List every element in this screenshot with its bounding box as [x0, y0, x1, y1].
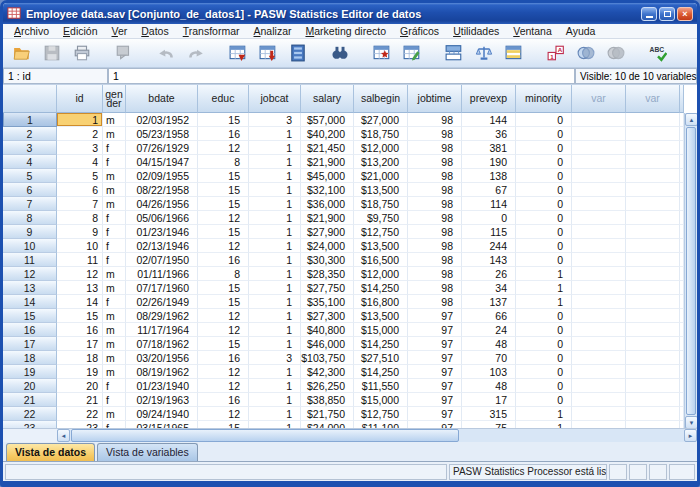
cell-gender-row7[interactable]: m — [103, 197, 126, 211]
cell-var-row2[interactable] — [626, 127, 680, 141]
cell-salbegin-row22[interactable]: $12,750 — [354, 407, 408, 421]
cell-educ-row3[interactable]: 12 — [198, 141, 249, 155]
cell-prevexp-row6[interactable]: 67 — [462, 183, 516, 197]
cell-salary-row16[interactable]: $40,800 — [301, 323, 354, 337]
cell-bdate-row4[interactable]: 04/15/1947 — [126, 155, 198, 169]
row-header-12[interactable]: 12 — [3, 267, 57, 281]
cell-bdate-row17[interactable]: 07/18/1962 — [126, 337, 198, 351]
cell-minority-row19[interactable]: 0 — [516, 365, 572, 379]
cell-salbegin-row21[interactable]: $15,000 — [354, 393, 408, 407]
cell-salary-row5[interactable]: $45,000 — [301, 169, 354, 183]
cell-jobcat-row2[interactable]: 1 — [249, 127, 301, 141]
cell-bdate-row16[interactable]: 11/17/1964 — [126, 323, 198, 337]
cell-id-row6[interactable]: 6 — [57, 183, 103, 197]
cell-prevexp-row11[interactable]: 143 — [462, 253, 516, 267]
cell-prevexp-row7[interactable]: 114 — [462, 197, 516, 211]
column-header-jobtime[interactable]: jobtime — [408, 85, 462, 113]
cell-var-row23[interactable] — [572, 421, 626, 429]
cell-educ-row14[interactable]: 15 — [198, 295, 249, 309]
cell-var-row22[interactable] — [626, 407, 680, 421]
cell-jobtime-row20[interactable]: 97 — [408, 379, 462, 393]
cell-bdate-row9[interactable]: 01/23/1946 — [126, 225, 198, 239]
cell-prevexp-row12[interactable]: 26 — [462, 267, 516, 281]
cell-id-row2[interactable]: 2 — [57, 127, 103, 141]
cell-salary-row12[interactable]: $28,350 — [301, 267, 354, 281]
cell-prevexp-row13[interactable]: 34 — [462, 281, 516, 295]
split-file-button[interactable] — [441, 41, 467, 65]
cell-var-row1[interactable] — [626, 113, 680, 127]
cell-prevexp-row8[interactable]: 0 — [462, 211, 516, 225]
cell-var-row9[interactable] — [626, 225, 680, 239]
cell-jobcat-row20[interactable]: 1 — [249, 379, 301, 393]
cell-bdate-row22[interactable]: 09/24/1940 — [126, 407, 198, 421]
cell-var-row7[interactable] — [572, 197, 626, 211]
cell-bdate-row5[interactable]: 02/09/1955 — [126, 169, 198, 183]
cell-jobtime-row8[interactable]: 98 — [408, 211, 462, 225]
scroll-left-icon[interactable]: ◄ — [57, 429, 70, 442]
spell-check-button[interactable]: ABC — [645, 41, 671, 65]
cell-salbegin-row9[interactable]: $12,750 — [354, 225, 408, 239]
weight-cases-button[interactable] — [471, 41, 497, 65]
cell-gender-row11[interactable]: f — [103, 253, 126, 267]
cell-var-row20[interactable] — [626, 379, 680, 393]
cell-var-row11[interactable] — [626, 253, 680, 267]
cell-minority-row14[interactable]: 1 — [516, 295, 572, 309]
cell-bdate-row7[interactable]: 04/26/1956 — [126, 197, 198, 211]
cell-salbegin-row14[interactable]: $16,800 — [354, 295, 408, 309]
cell-bdate-row20[interactable]: 01/23/1940 — [126, 379, 198, 393]
cell-salary-row14[interactable]: $35,100 — [301, 295, 354, 309]
cell-id-row13[interactable]: 13 — [57, 281, 103, 295]
row-header-15[interactable]: 15 — [3, 309, 57, 323]
cell-salbegin-row10[interactable]: $13,500 — [354, 239, 408, 253]
cell-minority-row9[interactable]: 0 — [516, 225, 572, 239]
cell-jobcat-row14[interactable]: 1 — [249, 295, 301, 309]
row-header-17[interactable]: 17 — [3, 337, 57, 351]
row-header-3[interactable]: 3 — [3, 141, 57, 155]
cell-jobcat-row1[interactable]: 3 — [249, 113, 301, 127]
cell-minority-row3[interactable]: 0 — [516, 141, 572, 155]
cell-salbegin-row3[interactable]: $12,000 — [354, 141, 408, 155]
cell-educ-row1[interactable]: 15 — [198, 113, 249, 127]
cell-educ-row11[interactable]: 16 — [198, 253, 249, 267]
vertical-scroll-thumb[interactable] — [686, 127, 696, 415]
menu-ventana[interactable]: Ventana — [506, 24, 559, 38]
cell-salary-row9[interactable]: $27,900 — [301, 225, 354, 239]
cell-gender-row1[interactable]: m — [103, 113, 126, 127]
cell-var-row2[interactable] — [572, 127, 626, 141]
cell-bdate-row12[interactable]: 01/11/1966 — [126, 267, 198, 281]
cell-jobcat-row22[interactable]: 1 — [249, 407, 301, 421]
cell-salary-row3[interactable]: $21,450 — [301, 141, 354, 155]
cell-prevexp-row23[interactable]: 75 — [462, 421, 516, 429]
cell-prevexp-row18[interactable]: 70 — [462, 351, 516, 365]
cell-gender-row21[interactable]: f — [103, 393, 126, 407]
column-header-minority[interactable]: minority — [516, 85, 572, 113]
menu-archivo[interactable]: Archivo — [7, 24, 56, 38]
column-header-var-11[interactable]: var — [626, 85, 680, 113]
cell-educ-row12[interactable]: 8 — [198, 267, 249, 281]
grid-corner-cell[interactable] — [3, 85, 57, 113]
cell-id-row9[interactable]: 9 — [57, 225, 103, 239]
cell-prevexp-row4[interactable]: 190 — [462, 155, 516, 169]
row-header-22[interactable]: 22 — [3, 407, 57, 421]
row-header-1[interactable]: 1 — [3, 113, 57, 127]
cell-var-row13[interactable] — [572, 281, 626, 295]
use-variable-sets-button[interactable] — [573, 41, 599, 65]
cell-id-row3[interactable]: 3 — [57, 141, 103, 155]
cell-minority-row22[interactable]: 1 — [516, 407, 572, 421]
cell-jobtime-row3[interactable]: 98 — [408, 141, 462, 155]
cell-var-row20[interactable] — [572, 379, 626, 393]
open-file-button[interactable] — [9, 41, 35, 65]
cell-var-row10[interactable] — [626, 239, 680, 253]
cell-minority-row2[interactable]: 0 — [516, 127, 572, 141]
menu-utilidades[interactable]: Utilidades — [446, 24, 506, 38]
cell-var-row21[interactable] — [572, 393, 626, 407]
cell-jobtime-row4[interactable]: 98 — [408, 155, 462, 169]
cell-salary-row18[interactable]: $103,750 — [301, 351, 354, 365]
cell-var-row14[interactable] — [626, 295, 680, 309]
cell-salary-row13[interactable]: $27,750 — [301, 281, 354, 295]
cell-prevexp-row21[interactable]: 17 — [462, 393, 516, 407]
cell-jobtime-row12[interactable]: 98 — [408, 267, 462, 281]
row-header-23[interactable]: 23 — [3, 421, 57, 429]
menu-ver[interactable]: Ver — [104, 24, 134, 38]
cell-jobcat-row19[interactable]: 1 — [249, 365, 301, 379]
